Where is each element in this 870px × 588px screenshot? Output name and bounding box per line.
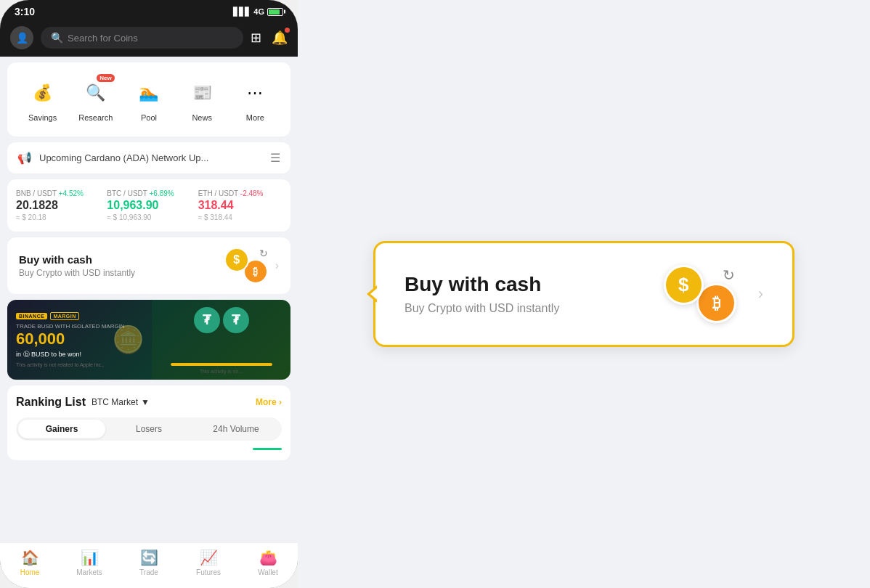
news-icon: 📰 — [186, 77, 218, 109]
phone-frame: 3:10 ▋▋▋ 4G 👤 🔍 Search for Coins ⊞ 🔔 — [0, 0, 298, 588]
trade-label: Trade — [139, 568, 158, 576]
wallet-icon: 👛 — [259, 549, 277, 566]
markets-icon: 📊 — [81, 549, 99, 566]
buy-cash-icon: $ ₿ ↻ — [224, 248, 268, 284]
tooltip-dollar-coin: $ — [664, 265, 704, 305]
banner-brand: BINANCE MARGIN — [16, 312, 143, 320]
savings-label: Savings — [28, 113, 57, 122]
search-icon: 🔍 — [51, 32, 63, 44]
sidebar-item-savings[interactable]: 💰 Savings — [21, 77, 65, 122]
tab-losers[interactable]: Losers — [105, 420, 192, 438]
more-icon: ⋯ — [239, 77, 271, 109]
signal-icon: ▋▋▋ — [233, 7, 251, 17]
ranking-title: Ranking List — [16, 396, 86, 409]
home-icon: 🏠 — [21, 549, 39, 566]
tooltip-refresh-icon: ↻ — [723, 266, 735, 284]
dropdown-icon: ▼ — [141, 397, 150, 407]
refresh-icon: ↻ — [259, 248, 268, 259]
buy-cash-title: Buy with cash — [19, 253, 217, 266]
ticker-bnb-price: 20.1828 — [16, 199, 99, 212]
ranking-header: Ranking List BTC Market ▼ More › — [16, 396, 282, 409]
ranking-tabs: Gainers Losers 24h Volume — [16, 417, 282, 441]
notification-icon[interactable]: 🔔 — [272, 30, 288, 46]
market-selector[interactable]: BTC Market ▼ — [92, 397, 150, 407]
ticker-eth-pair: ETH / USDT -2.48% — [198, 189, 282, 197]
quick-actions: 💰 Savings 🔍 New Research 🏊 Pool — [16, 73, 282, 126]
search-placeholder: Search for Coins — [68, 33, 138, 44]
ticker-btc[interactable]: BTC / USDT +6.89% 10,963.90 ≈ $ 10,963.9… — [107, 189, 190, 221]
buy-cash-text: Buy with cash Buy Crypto with USD instan… — [19, 253, 217, 278]
ranking-more-link[interactable]: More › — [256, 397, 282, 407]
status-bar: 3:10 ▋▋▋ 4G — [0, 0, 298, 22]
main-content: 💰 Savings 🔍 New Research 🏊 Pool — [0, 57, 298, 542]
ticker-card: BNB / USDT +4.52% 20.1828 ≈ $ 20.18 BTC … — [7, 179, 290, 232]
announcement-menu-icon[interactable]: ☰ — [270, 151, 280, 165]
announcement-text: Upcoming Cardano (ADA) Network Up... — [39, 152, 263, 163]
more-label: More — [246, 113, 264, 122]
sidebar-item-research[interactable]: 🔍 New Research — [74, 77, 118, 122]
announcement-icon: 📢 — [17, 151, 32, 165]
nav-wallet[interactable]: 👛 Wallet — [246, 549, 290, 576]
header-icons: ⊞ 🔔 — [251, 30, 288, 46]
ticker-row: BNB / USDT +4.52% 20.1828 ≈ $ 20.18 BTC … — [16, 189, 282, 221]
futures-label: Futures — [196, 568, 221, 576]
tooltip-title: Buy with cash — [404, 273, 642, 296]
ticker-btc-pair: BTC / USDT +6.89% — [107, 189, 190, 197]
new-badge: New — [97, 74, 114, 82]
ticker-btc-usd: ≈ $ 10,963.90 — [107, 213, 190, 221]
banner2-disclaimer: This activity is no... — [158, 369, 285, 374]
sidebar-item-news[interactable]: 📰 News — [180, 77, 224, 122]
pool-icon: 🏊 — [133, 77, 165, 109]
phone-screen: 3:10 ▋▋▋ 4G 👤 🔍 Search for Coins ⊞ 🔔 — [0, 0, 298, 588]
market-name: BTC Market — [92, 397, 138, 407]
ranking-card: Ranking List BTC Market ▼ More › Gainers… — [7, 385, 290, 460]
sidebar-item-pool[interactable]: 🏊 Pool — [127, 77, 171, 122]
buy-cash-card[interactable]: Buy with cash Buy Crypto with USD instan… — [7, 237, 290, 294]
home-label: Home — [20, 568, 40, 576]
ticker-eth-price: 318.44 — [198, 199, 282, 212]
futures-icon: 📈 — [200, 549, 218, 566]
network-type: 4G — [253, 7, 264, 16]
search-bar[interactable]: 🔍 Search for Coins — [41, 27, 243, 49]
savings-icon: 💰 — [27, 77, 59, 109]
status-time: 3:10 — [15, 6, 35, 17]
announcement-card[interactable]: 📢 Upcoming Cardano (ADA) Network Up... ☰ — [7, 142, 290, 173]
battery-icon — [267, 8, 283, 16]
nav-futures[interactable]: 📈 Futures — [187, 549, 230, 576]
avatar[interactable]: 👤 — [10, 26, 33, 49]
tooltip-chevron-right-icon: › — [758, 285, 763, 303]
wallet-label: Wallet — [258, 568, 277, 576]
nav-markets[interactable]: 📊 Markets — [68, 549, 111, 576]
news-label: News — [192, 113, 212, 122]
tooltip-subtitle: Buy Crypto with USD instantly — [404, 302, 642, 315]
search-area: 👤 🔍 Search for Coins ⊞ 🔔 — [0, 22, 298, 57]
ticker-eth[interactable]: ETH / USDT -2.48% 318.44 ≈ $ 318.44 — [198, 189, 282, 221]
tab-24h-volume[interactable]: 24h Volume — [192, 420, 280, 438]
nav-trade[interactable]: 🔄 Trade — [127, 549, 171, 576]
chevron-right-icon: › — [275, 259, 279, 272]
scan-icon[interactable]: ⊞ — [251, 30, 261, 46]
buy-cash-subtitle: Buy Crypto with USD instantly — [19, 268, 217, 278]
right-panel: Buy with cash Buy Crypto with USD instan… — [298, 0, 870, 588]
nav-home[interactable]: 🏠 Home — [8, 549, 52, 576]
banners-container: BINANCE MARGIN TRADE BUSD WITH ISOLATED … — [7, 300, 290, 380]
pool-label: Pool — [141, 113, 157, 122]
battery-fill — [269, 9, 280, 15]
tooltip-card[interactable]: Buy with cash Buy Crypto with USD instan… — [373, 241, 794, 347]
tooltip-icon: $ ₿ ↻ — [664, 265, 736, 323]
bottom-nav: 🏠 Home 📊 Markets 🔄 Trade 📈 Futures 👛 Wal… — [0, 542, 298, 588]
sidebar-item-more[interactable]: ⋯ More — [233, 77, 277, 122]
ticker-btc-price: 10,963.90 — [107, 199, 190, 212]
tooltip-text: Buy with cash Buy Crypto with USD instan… — [404, 273, 642, 315]
ticker-bnb-usd: ≈ $ 20.18 — [16, 213, 99, 221]
ticker-bnb-pair: BNB / USDT +4.52% — [16, 189, 99, 197]
ticker-bnb[interactable]: BNB / USDT +4.52% 20.1828 ≈ $ 20.18 — [16, 189, 99, 221]
status-icons: ▋▋▋ 4G — [233, 7, 283, 17]
research-icon: 🔍 New — [80, 77, 112, 109]
banner-tether[interactable]: ₮ ₮ This activity is no... — [152, 300, 290, 380]
dollar-coin: $ — [224, 248, 249, 272]
banner-binance-margin[interactable]: BINANCE MARGIN TRADE BUSD WITH ISOLATED … — [7, 300, 152, 380]
tab-gainers[interactable]: Gainers — [18, 420, 105, 438]
trade-icon: 🔄 — [140, 549, 158, 566]
research-label: Research — [78, 113, 113, 122]
